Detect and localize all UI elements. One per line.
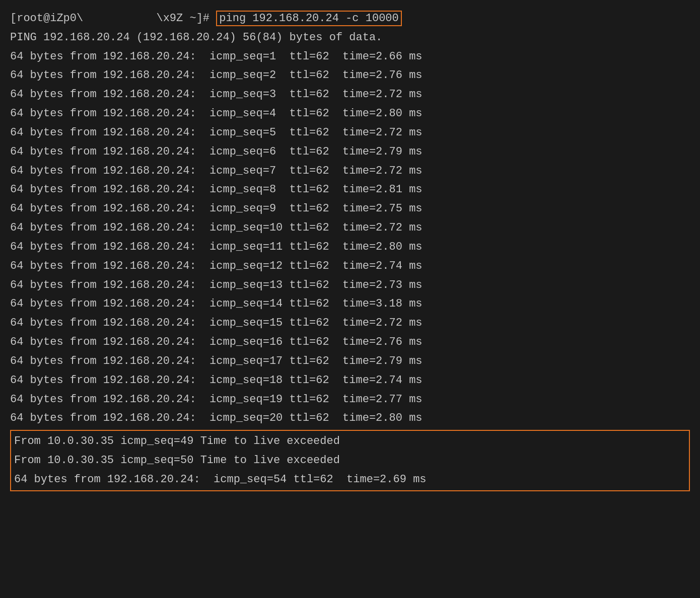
ping-line-19: 64 bytes from 192.168.20.24: icmp_seq=19…	[10, 390, 690, 409]
ping-line-1: 64 bytes from 192.168.20.24: icmp_seq=1 …	[10, 47, 690, 66]
ping-line-11: 64 bytes from 192.168.20.24: icmp_seq=11…	[10, 238, 690, 257]
error-box: From 10.0.30.35 icmp_seq=49 Time to live…	[10, 430, 690, 491]
ping-line-4: 64 bytes from 192.168.20.24: icmp_seq=4 …	[10, 104, 690, 123]
ping-line-15: 64 bytes from 192.168.20.24: icmp_seq=15…	[10, 314, 690, 333]
prompt-text: [root@iZp0\ \x9Z ~]#	[10, 12, 216, 25]
ping-header-line: PING 192.168.20.24 (192.168.20.24) 56(84…	[10, 28, 690, 47]
ping-line-5: 64 bytes from 192.168.20.24: icmp_seq=5 …	[10, 123, 690, 142]
error-line-3: 64 bytes from 192.168.20.24: icmp_seq=54…	[14, 470, 686, 489]
ping-line-13: 64 bytes from 192.168.20.24: icmp_seq=13…	[10, 276, 690, 295]
ping-line-14: 64 bytes from 192.168.20.24: icmp_seq=14…	[10, 294, 690, 314]
ping-line-18: 64 bytes from 192.168.20.24: icmp_seq=18…	[10, 371, 690, 390]
ping-line-12: 64 bytes from 192.168.20.24: icmp_seq=12…	[10, 257, 690, 276]
ping-line-2: 64 bytes from 192.168.20.24: icmp_seq=2 …	[10, 66, 690, 85]
ping-line-8: 64 bytes from 192.168.20.24: icmp_seq=8 …	[10, 180, 690, 199]
ping-line-17: 64 bytes from 192.168.20.24: icmp_seq=17…	[10, 352, 690, 371]
ping-line-16: 64 bytes from 192.168.20.24: icmp_seq=16…	[10, 333, 690, 352]
ping-line-9: 64 bytes from 192.168.20.24: icmp_seq=9 …	[10, 199, 690, 218]
ping-line-7: 64 bytes from 192.168.20.24: icmp_seq=7 …	[10, 162, 690, 181]
ping-output: 64 bytes from 192.168.20.24: icmp_seq=1 …	[10, 47, 690, 428]
error-line-1: From 10.0.30.35 icmp_seq=49 Time to live…	[14, 432, 686, 451]
terminal-window: [root@iZp0\ \x9Z ~]# ping 192.168.20.24 …	[10, 9, 690, 491]
error-line-2: From 10.0.30.35 icmp_seq=50 Time to live…	[14, 451, 686, 470]
command-box: ping 192.168.20.24 -c 10000	[216, 11, 401, 26]
ping-line-6: 64 bytes from 192.168.20.24: icmp_seq=6 …	[10, 142, 690, 162]
ping-line-20: 64 bytes from 192.168.20.24: icmp_seq=20…	[10, 409, 690, 428]
ping-line-3: 64 bytes from 192.168.20.24: icmp_seq=3 …	[10, 85, 690, 104]
prompt-line: [root@iZp0\ \x9Z ~]# ping 192.168.20.24 …	[10, 9, 690, 28]
ping-line-10: 64 bytes from 192.168.20.24: icmp_seq=10…	[10, 218, 690, 238]
